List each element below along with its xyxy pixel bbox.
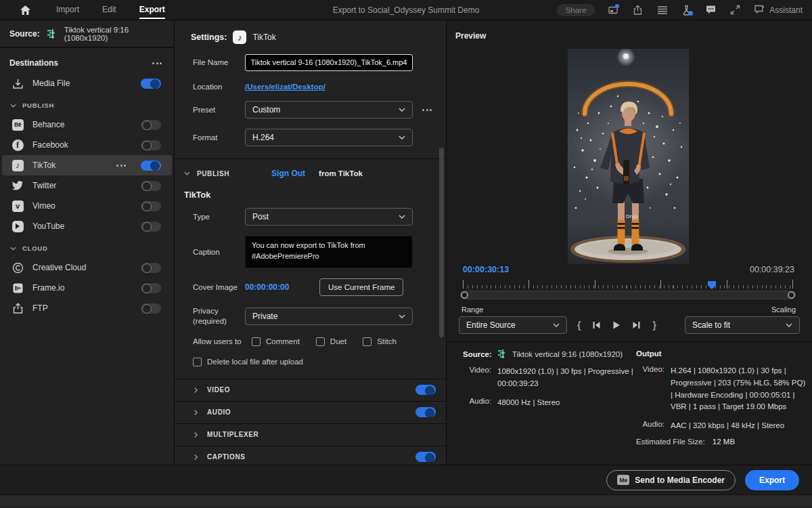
youtube-toggle[interactable] (141, 221, 161, 232)
cover-timecode[interactable]: 00:00:00:00 (245, 282, 319, 292)
vimeo-icon (11, 199, 24, 213)
quick-export-icon[interactable] (608, 4, 619, 16)
duration-timecode: 00:00:39:23 (750, 265, 794, 274)
stitch-checkbox[interactable] (363, 337, 371, 346)
step-forward-button[interactable] (632, 321, 641, 329)
cloud-section-header[interactable]: CLOUD (0, 236, 174, 257)
format-label: Format (193, 133, 245, 143)
video-section-row[interactable]: VIDEO (175, 379, 446, 401)
assistant-button[interactable]: Assistant (754, 5, 803, 15)
comment-label: Comment (266, 337, 300, 345)
range-in-handle[interactable] (461, 291, 468, 299)
twitter-icon (11, 179, 24, 192)
output-summary: Output Video: H.264 | 1080x1920 (1.0) | … (636, 350, 807, 446)
destination-media-file[interactable]: Media File (2, 73, 172, 93)
from-service-label: from TikTok (319, 169, 363, 177)
beta-flask-icon[interactable] (681, 4, 692, 16)
multiplexer-section-row[interactable]: MULTIPLEXER (175, 423, 446, 446)
format-dropdown[interactable]: H.264 (245, 129, 413, 146)
timeline-ruler[interactable] (463, 280, 793, 289)
set-out-point-button[interactable] (652, 320, 656, 331)
preset-more-icon[interactable] (422, 109, 432, 111)
destination-ftp[interactable]: FTP (2, 298, 172, 318)
fullscreen-expand-icon[interactable] (729, 4, 741, 16)
use-current-frame-button[interactable]: Use Current Frame (319, 278, 403, 296)
delete-local-label: Delete local file after upload (207, 358, 303, 366)
facebook-toggle[interactable] (141, 140, 161, 150)
captions-section-row[interactable]: CAPTIONS (175, 446, 446, 465)
settings-panel: Settings: TikTok File Name Tiktok vertic… (175, 20, 447, 465)
location-link[interactable]: /Users/elizat/Desktop/ (245, 83, 325, 91)
destination-tiktok[interactable]: TikTok (2, 155, 172, 175)
delete-local-checkbox[interactable] (193, 358, 202, 366)
audio-section-row[interactable]: AUDIO (175, 401, 446, 423)
frameio-toggle[interactable] (141, 283, 161, 293)
destination-youtube[interactable]: YouTube (2, 216, 172, 236)
preview-panel: Preview (447, 20, 812, 465)
caption-textarea[interactable]: You can now export to TikTok from #Adobe… (245, 236, 413, 268)
chevron-down-icon (553, 323, 560, 327)
tiktok-more-icon[interactable] (116, 165, 126, 167)
publish-section-header[interactable]: PUBLISH (0, 93, 174, 114)
vimeo-toggle[interactable] (141, 201, 161, 211)
file-name-label: File Name (193, 58, 245, 68)
source-label: Source: (9, 29, 40, 39)
privacy-label: Privacy (required) (193, 306, 245, 326)
step-back-button[interactable] (592, 321, 601, 329)
scaling-dropdown[interactable]: Scale to fit (685, 316, 800, 334)
youtube-icon (11, 219, 24, 233)
destination-twitter[interactable]: Twitter (2, 175, 172, 196)
publish-collapse-header[interactable]: PUBLISH Sign Out from TikTok (175, 159, 446, 186)
destination-behance[interactable]: Behance (2, 114, 172, 135)
media-file-toggle[interactable] (141, 79, 161, 89)
twitter-toggle[interactable] (141, 181, 161, 191)
ftp-toggle[interactable] (141, 303, 161, 314)
duet-checkbox[interactable] (316, 337, 325, 346)
action-bar: Me Send to Media Encoder Export (0, 465, 812, 494)
settings-scrollbar[interactable] (439, 148, 444, 337)
chevron-down-icon (399, 135, 405, 140)
video-toggle[interactable] (415, 385, 436, 395)
destination-creative-cloud[interactable]: Creative Cloud (2, 257, 172, 278)
privacy-dropdown[interactable]: Private (245, 308, 413, 325)
play-button[interactable] (612, 321, 621, 329)
range-dropdown[interactable]: Entire Source (459, 316, 567, 334)
export-button[interactable]: Export (745, 470, 799, 490)
range-out-handle[interactable] (788, 291, 795, 299)
type-dropdown[interactable]: Post (245, 208, 413, 226)
destinations-more-icon[interactable] (152, 62, 162, 64)
file-name-input[interactable]: Tiktok vertical 9-16 (1080x1920)_TikTok_… (245, 54, 413, 71)
sign-out-link[interactable]: Sign Out (271, 169, 305, 178)
tab-edit[interactable]: Edit (102, 1, 116, 19)
assistant-label: Assistant (769, 5, 803, 15)
preset-dropdown[interactable]: Custom (245, 101, 413, 119)
set-in-point-button[interactable] (577, 320, 581, 331)
tiktok-settings-icon (233, 30, 246, 44)
behance-toggle[interactable] (141, 120, 161, 130)
destination-vimeo[interactable]: Vimeo (2, 196, 172, 216)
tiktok-toggle[interactable] (141, 161, 161, 171)
feedback-bubble-icon[interactable] (705, 4, 717, 16)
destinations-title: Destinations (9, 58, 58, 68)
send-to-media-encoder-button[interactable]: Me Send to Media Encoder (606, 470, 736, 490)
top-bar: Import Edit Export Export to Social_Odys… (0, 0, 812, 20)
range-slider[interactable] (460, 291, 796, 299)
range-label: Range (461, 305, 483, 314)
beta-dot (688, 11, 693, 16)
tab-export[interactable]: Export (139, 1, 165, 19)
audio-toggle[interactable] (415, 407, 436, 417)
type-label: Type (193, 212, 245, 222)
share-button[interactable]: Share (557, 4, 595, 16)
sequence-icon (497, 350, 507, 358)
queue-lines-icon[interactable] (656, 4, 668, 16)
destination-frameio[interactable]: Frame.io (2, 278, 172, 298)
destination-facebook[interactable]: Facebook (2, 135, 172, 155)
captions-toggle[interactable] (415, 452, 436, 462)
creative-cloud-toggle[interactable] (141, 263, 161, 273)
export-share-icon[interactable] (632, 4, 644, 16)
comment-checkbox[interactable] (252, 337, 261, 346)
home-icon[interactable] (20, 5, 30, 15)
tab-import[interactable]: Import (56, 1, 79, 19)
output-audio-info: AAC | 320 kbps | 48 kHz | Stereo (671, 420, 784, 432)
frameio-icon (11, 281, 24, 295)
